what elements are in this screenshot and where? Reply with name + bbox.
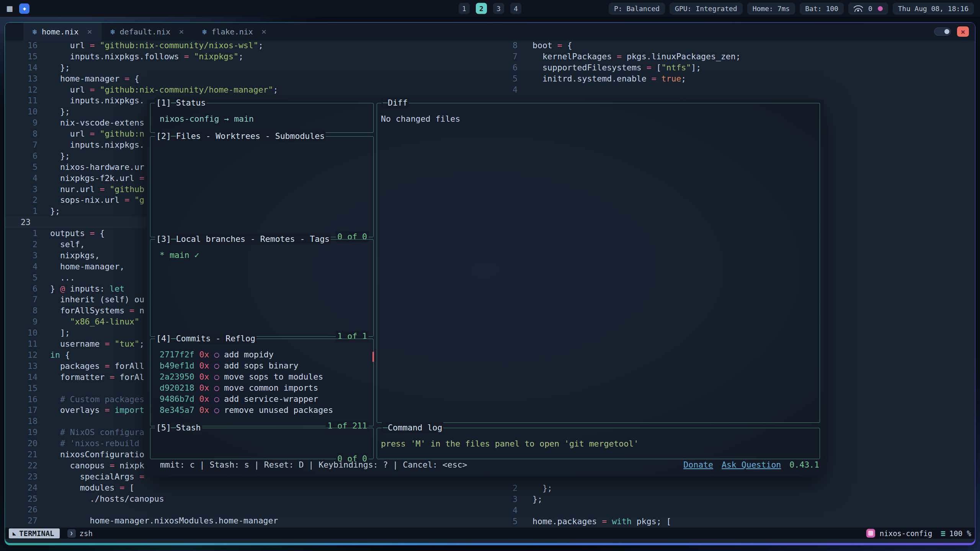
lazygit-files-panel[interactable]: [2]Files - Worktrees - Submodules 0 of 0 xyxy=(150,136,374,237)
commit-row[interactable]: 2717f2f 0x ○ add mopidy xyxy=(160,349,373,360)
commit-row[interactable]: 8e345a7 0x ○ remove unused packages xyxy=(160,404,373,416)
code-line: 8boot = { xyxy=(503,40,975,51)
repo-indicator[interactable]: nixos-config xyxy=(866,529,932,538)
tab-label: default.nix xyxy=(120,27,170,36)
lazygit-stash-panel[interactable]: [5]Stash 0 of 0 xyxy=(150,428,374,459)
lazygit-commits-panel[interactable]: [4]Commits - Reflog 2717f2f 0x ○ add mop… xyxy=(150,339,374,426)
lazygit-diff-panel[interactable]: Diff No changed files xyxy=(377,103,820,423)
line-content: forAllSystems = n xyxy=(50,305,144,316)
panel-number: [4] xyxy=(156,333,171,344)
logo-badge[interactable]: ◆ xyxy=(19,3,29,14)
commit-list: 2717f2f 0x ○ add mopidyb49ef1d 0x ○ add … xyxy=(150,339,373,416)
workspace-button-4[interactable]: 4 xyxy=(510,3,521,14)
line-content: outputs = { xyxy=(50,228,105,239)
line-content: inputs.nixpkgs.follows = "nixpkgs"; xyxy=(50,51,243,62)
line-content: url = "github:nix-community/home-manager… xyxy=(50,85,278,96)
shell-prompt-icon: ❯ xyxy=(67,529,76,538)
workspace-button-2-active[interactable]: 2 xyxy=(476,3,487,14)
line-content: overlays = import xyxy=(50,405,144,416)
lazygit-status-panel[interactable]: [1]Status nixos-config → main xyxy=(150,103,374,133)
line-number: 7 xyxy=(5,140,38,151)
commits-scrollbar[interactable] xyxy=(372,352,374,362)
line-number: 13 xyxy=(5,73,38,85)
line-number: 10 xyxy=(5,328,38,339)
tab-close-icon[interactable]: × xyxy=(87,27,92,36)
tab-close-icon[interactable]: × xyxy=(179,27,184,36)
window-close-button[interactable]: × xyxy=(957,26,969,37)
line-content: boot = { xyxy=(532,40,572,51)
commit-row[interactable]: d920218 0x ○ move common imports xyxy=(160,382,373,393)
line-number: 3 xyxy=(503,494,518,505)
workspace-button-3[interactable]: 3 xyxy=(493,3,504,14)
ask-question-link[interactable]: Ask Question xyxy=(722,460,781,469)
wifi-icon[interactable] xyxy=(854,5,863,12)
window-controls: × xyxy=(934,23,975,41)
line-number: 3 xyxy=(5,184,38,195)
app-launcher-icon[interactable]: ▦ xyxy=(7,4,12,13)
panel-title: Diff xyxy=(382,98,409,108)
command-log-text: press 'M' in the files panel to open 'gi… xyxy=(381,439,639,448)
line-content: inherit (self) ou xyxy=(50,294,144,305)
line-number: 6 xyxy=(503,62,518,73)
line-content: # 'nixos-rebuild xyxy=(50,438,139,449)
branch-row[interactable]: * main ✓ xyxy=(160,250,199,260)
notification-count[interactable]: 0 xyxy=(868,5,872,13)
panel-title: [3]Local branches - Remotes - Tags xyxy=(155,234,331,245)
tab-home-nix[interactable]: ❄ home.nix × xyxy=(23,23,101,41)
gpu-badge[interactable]: GPU: Integrated xyxy=(670,3,743,15)
line-content: packages = forAll xyxy=(50,361,144,372)
line-number: 22 xyxy=(5,460,38,471)
tab-default-nix[interactable]: ❄ default.nix × xyxy=(101,23,193,41)
lazygit-command-log-panel[interactable]: Command log press 'M' in the files panel… xyxy=(377,428,820,459)
line-number: 4 xyxy=(5,173,38,184)
line-content: nixosConfiguratio xyxy=(50,449,144,460)
close-icon: × xyxy=(960,27,965,36)
panel-label: Files xyxy=(176,131,201,142)
editor-pane-right-top[interactable]: 8boot = {7 kernelPackages = pkgs.linuxPa… xyxy=(503,40,975,95)
workspace-button-1[interactable]: 1 xyxy=(459,3,470,14)
border-dash xyxy=(171,422,176,433)
desktop: { "colors":{"accent_teal":"#63cfc6","pan… xyxy=(0,0,980,551)
commit-row[interactable]: 2a23950 0x ○ move sops to modules xyxy=(160,371,373,382)
window-pin-toggle[interactable] xyxy=(934,28,951,36)
donate-link[interactable]: Donate xyxy=(683,460,713,469)
tab-flake-nix[interactable]: ❄ flake.nix × xyxy=(193,23,276,41)
line-number: 26 xyxy=(5,504,38,515)
system-tray[interactable]: 0 xyxy=(848,3,888,15)
clock-badge[interactable]: Thu Aug 08, 18:16 xyxy=(893,3,974,15)
line-number: 2 xyxy=(5,195,38,206)
tab-close-icon[interactable]: × xyxy=(261,27,266,36)
line-content: home.packages = with pkgs; [ xyxy=(532,516,671,527)
terminal-mode-icon: ◣ xyxy=(13,530,16,537)
shell-indicator[interactable]: ❯ zsh xyxy=(67,529,93,538)
panel-title: [1]Status xyxy=(155,98,207,108)
commit-row[interactable]: 9486b7d 0x ○ add service-wrapper xyxy=(160,393,373,404)
line-content: "x86_64-linux" xyxy=(50,316,139,328)
commit-row[interactable]: b49ef1d 0x ○ add sops binary xyxy=(160,360,373,371)
code-line: 15 inputs.nixpkgs.follows = "nixpkgs"; xyxy=(5,51,503,62)
line-number: 2 xyxy=(503,483,518,494)
ping-badge: Home: 7ms xyxy=(747,3,795,15)
line-number: 18 xyxy=(5,416,38,427)
lazygit-branches-panel[interactable]: [3]Local branches - Remotes - Tags * mai… xyxy=(150,239,374,337)
line-number: 7 xyxy=(503,51,518,62)
panel-number: [3] xyxy=(156,234,171,245)
line-number: 5 xyxy=(503,73,518,85)
lines-icon: ≡ xyxy=(941,529,946,538)
editor-pane-right-bottom[interactable]: 2 };3};45home.packages = with pkgs; [ xyxy=(503,483,975,527)
line-number: 6 xyxy=(5,284,38,295)
line-content: } @ inputs: let xyxy=(50,284,124,295)
line-number: 9 xyxy=(5,316,38,328)
repo-label: nixos-config xyxy=(880,529,932,538)
color-picker-icon[interactable] xyxy=(878,6,883,11)
line-content: nixpkgs-f2k.url = xyxy=(50,173,144,184)
line-content: }; xyxy=(50,206,60,217)
line-number: 4 xyxy=(503,85,518,96)
line-number: 19 xyxy=(5,427,38,438)
line-number: 12 xyxy=(5,350,38,361)
workspace-switcher: 1 2 3 4 xyxy=(459,3,521,14)
power-profile-badge[interactable]: P: Balanced xyxy=(609,3,665,15)
topbar-left-group: ▦ ◆ xyxy=(0,3,29,14)
line-number: 8 xyxy=(503,40,518,51)
battery-badge: Bat: 100 xyxy=(800,3,844,15)
